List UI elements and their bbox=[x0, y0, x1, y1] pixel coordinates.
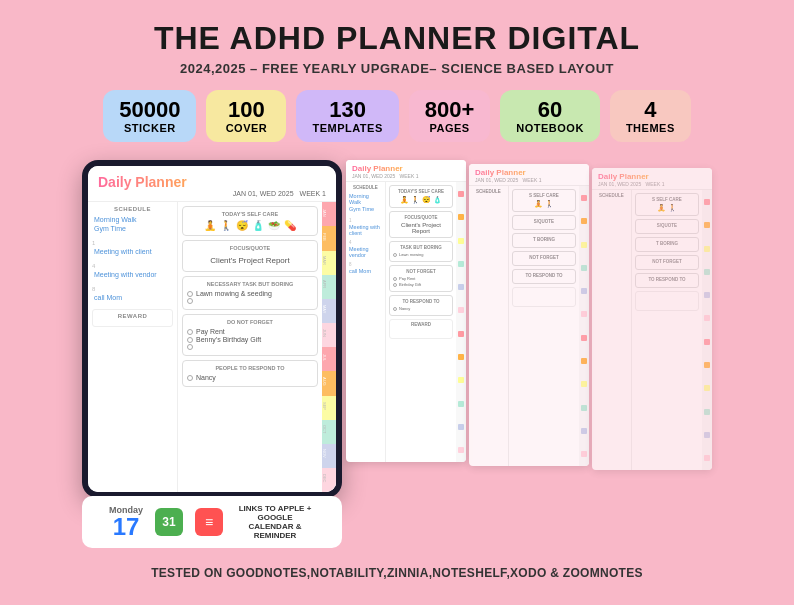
preview-tab-feb bbox=[456, 206, 466, 229]
preview-tab-nov bbox=[456, 415, 466, 438]
boring-item-2 bbox=[187, 298, 313, 304]
pt2-oct bbox=[579, 396, 589, 419]
badge-themes-number: 4 bbox=[644, 98, 656, 122]
preview-self-care-3: S SELF CARE 🧘 🚶 bbox=[635, 193, 699, 216]
preview-tab-jun bbox=[456, 299, 466, 322]
badge-notebook-label: NOTEBOOK bbox=[516, 122, 584, 134]
preview-tabs-2 bbox=[579, 186, 589, 466]
preview-tab-aug bbox=[456, 345, 466, 368]
icon-meditation: 🧘 bbox=[204, 220, 216, 231]
tab-dec[interactable]: DEC bbox=[322, 468, 336, 492]
month-tabs[interactable]: JAN FEB MAR APR MAY JUN JUL AUG SEP OCT … bbox=[322, 202, 336, 492]
tab-jul[interactable]: JUL bbox=[322, 347, 336, 371]
pt3-may bbox=[702, 284, 712, 307]
tablet-container: Daily Planner JAN 01, WED 2025 WEEK 1 SC… bbox=[82, 160, 342, 548]
preview-boring-3: T BORING bbox=[635, 237, 699, 252]
pt2-jul bbox=[579, 326, 589, 349]
badge-pages: 800+ PAGES bbox=[409, 90, 491, 142]
tab-mar[interactable]: MAR bbox=[322, 251, 336, 275]
schedule-item-1: Morning Walk bbox=[92, 216, 173, 223]
reminder-icon[interactable]: ≡ bbox=[195, 508, 223, 536]
tab-oct[interactable]: OCT bbox=[322, 420, 336, 444]
preview-tab-apr bbox=[456, 252, 466, 275]
respond-item-1: Nancy bbox=[187, 374, 313, 381]
badge-templates: 130 TEMPLATES bbox=[296, 90, 398, 142]
planner-body: SCHEDULE Morning Walk Gym Time 1 Meeting… bbox=[88, 202, 336, 492]
focus-header: FOCUS/QUOTE bbox=[187, 245, 313, 251]
icon-care: 🧴 bbox=[252, 220, 264, 231]
badge-notebook: 60 NOTEBOOK bbox=[500, 90, 600, 142]
task-circle bbox=[187, 291, 193, 297]
badge-themes: 4 THEMES bbox=[610, 90, 691, 142]
tablet-screen: Daily Planner JAN 01, WED 2025 WEEK 1 SC… bbox=[88, 166, 336, 492]
preview-forget-1: NOT FORGET Pay Rent Birthday Gift bbox=[389, 265, 453, 292]
tab-jan[interactable]: JAN bbox=[322, 202, 336, 226]
preview-focus-3: S/QUOTE bbox=[635, 219, 699, 234]
preview-boring-2: T BORING bbox=[512, 233, 576, 248]
focus-section: FOCUS/QUOTE Client's Project Report bbox=[182, 240, 318, 272]
boring-header: NECESSARY TASK BUT BORING bbox=[187, 281, 313, 287]
tab-may[interactable]: MAY bbox=[322, 299, 336, 323]
pt3-aug bbox=[702, 353, 712, 376]
forget-item-2: Benny's Birthday Gift bbox=[187, 336, 313, 343]
preview-sc-icons-1: 🧘 🚶 😴 🧴 bbox=[393, 196, 449, 204]
preview-task-text-1: Lawn mowing bbox=[399, 252, 423, 257]
forget-header: DO NOT FORGET bbox=[187, 319, 313, 325]
preview-reward-title-1: REWARD bbox=[392, 322, 450, 327]
preview-respond-text-1: Nancy bbox=[399, 306, 410, 311]
preview-title-2: Daily Planner bbox=[475, 168, 583, 177]
preview-forget-text-2: Birthday Gift bbox=[399, 282, 421, 287]
preview-body-3: SCHEDULE S SELF CARE 🧘 🚶 S/QUOTE T bbox=[592, 190, 712, 470]
planner-preview: Daily Planner JAN 01, WED 2025 WEEK 1 SC… bbox=[30, 160, 764, 548]
tab-nov[interactable]: NOV bbox=[322, 444, 336, 468]
icon-1: 🧘 bbox=[400, 196, 409, 204]
pt2-mar bbox=[579, 233, 589, 256]
preview-body-2: SCHEDULE S SELF CARE 🧘 🚶 S/QUOTE T bbox=[469, 186, 589, 466]
forget-item-3 bbox=[187, 344, 313, 350]
preview-main-2: S SELF CARE 🧘 🚶 S/QUOTE T BORING NOT FOR… bbox=[509, 186, 579, 466]
respond-text-1: Nancy bbox=[196, 374, 216, 381]
tab-sep[interactable]: SEP bbox=[322, 396, 336, 420]
preview-tabs-3 bbox=[702, 190, 712, 470]
preview-forget-title-2: NOT FORGET bbox=[516, 255, 572, 260]
preview-date-3: JAN 01, WED 2025 WEEK 1 bbox=[598, 181, 706, 187]
preview-tab-jan bbox=[456, 182, 466, 205]
preview-title-1: Daily Planner bbox=[352, 164, 460, 173]
pt3-nov bbox=[702, 423, 712, 446]
preview-pages: Daily Planner JAN 01, WED 2025 WEEK 1 SC… bbox=[346, 160, 712, 462]
schedule-item-5: call Mom bbox=[92, 294, 173, 301]
boring-section: NECESSARY TASK BUT BORING Lawn mowing & … bbox=[182, 276, 318, 310]
badge-themes-label: THEMES bbox=[626, 122, 675, 134]
badge-notebook-number: 60 bbox=[538, 98, 562, 122]
preview-boring-1: TASK BUT BORING Lawn mowing bbox=[389, 241, 453, 262]
tab-jun[interactable]: JUN bbox=[322, 323, 336, 347]
task-circle bbox=[187, 344, 193, 350]
subtitle: 2024,2025 – FREE YEARLY UPGRADE– SCIENCE… bbox=[180, 61, 614, 76]
pt3-feb bbox=[702, 214, 712, 237]
google-calendar-icon[interactable]: 31 bbox=[155, 508, 183, 536]
preview-reward-2 bbox=[512, 287, 576, 307]
forget-item-1: Pay Rent bbox=[187, 328, 313, 335]
preview-date-1: JAN 01, WED 2025 WEEK 1 bbox=[352, 173, 460, 179]
pt2-sep bbox=[579, 373, 589, 396]
preview-task-1: Lawn mowing bbox=[393, 252, 449, 257]
badge-pages-label: PAGES bbox=[429, 122, 469, 134]
schedule-item-4: Meeting with vendor bbox=[92, 271, 173, 278]
pt3-jun bbox=[702, 307, 712, 330]
preview-reward-1: REWARD bbox=[389, 319, 453, 339]
planner-date: JAN 01, WED 2025 bbox=[233, 190, 294, 197]
preview-self-care-1: TODAY'S SELF CARE 🧘 🚶 😴 🧴 bbox=[389, 185, 453, 208]
preview-boring-title-3: T BORING bbox=[639, 241, 695, 246]
preview-reward-3 bbox=[635, 291, 699, 311]
self-care-section: TODAY'S SELF CARE 🧘 🚶 😴 🧴 🥗 💊 bbox=[182, 206, 318, 236]
tab-apr[interactable]: APR bbox=[322, 275, 336, 299]
reminder-bullet: ≡ bbox=[205, 514, 213, 530]
preview-sc-icons-2: 🧘 🚶 bbox=[516, 200, 572, 208]
icon-medicine: 💊 bbox=[284, 220, 296, 231]
preview-respond-title-3: TO RESPOND TO bbox=[639, 277, 695, 282]
tab-feb[interactable]: FEB bbox=[322, 226, 336, 250]
tab-aug[interactable]: AUG bbox=[322, 371, 336, 395]
preview-forget-task-1: Pay Rent bbox=[393, 276, 449, 281]
preview-sc-icons-3: 🧘 🚶 bbox=[639, 204, 695, 212]
forget-text-1: Pay Rent bbox=[196, 328, 225, 335]
